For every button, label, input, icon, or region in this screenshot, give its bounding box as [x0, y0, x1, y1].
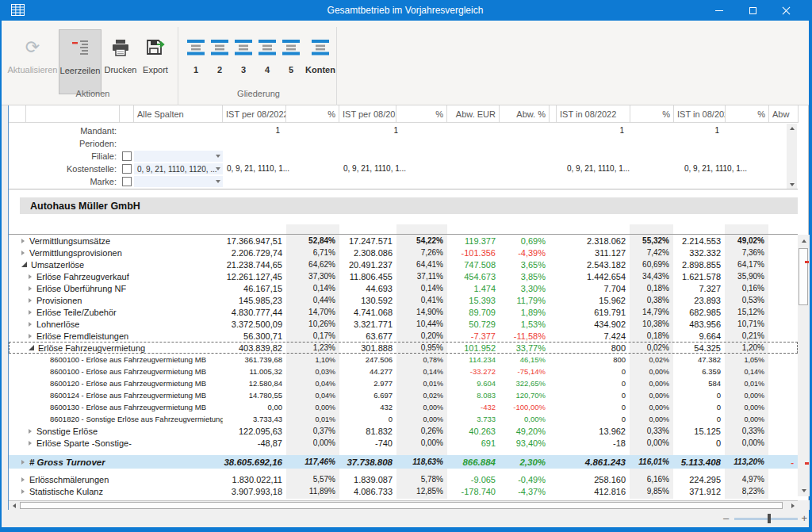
column-header-ist-per-08-2022[interactable]: IST per 08/2022	[223, 105, 286, 123]
table-row[interactable]: Erlöse Fahrzeugverkauf12.261.127,4537,30…	[9, 270, 798, 282]
row-label: Erlöse Sparte -Sonstige-	[36, 438, 132, 448]
outline-level-button-5[interactable]: 5	[281, 29, 301, 94]
table-row[interactable]: Erlöse Teile/Zubehör4.830.777,4414,70%4.…	[9, 306, 798, 318]
filter-scrollbar[interactable]	[787, 124, 797, 189]
zoom-slider-track[interactable]	[734, 518, 798, 520]
row-label-cell: Provisionen	[9, 294, 223, 306]
blank-rows-button[interactable]: Leerzeilen	[59, 29, 102, 94]
row-value-cell: 258.160	[556, 473, 630, 485]
expand-icon[interactable]	[29, 298, 32, 303]
row-value-cell: 118,63%	[396, 455, 447, 469]
outline-level-button-4[interactable]: 4	[257, 29, 278, 94]
column-header-abw-[interactable]: Abw. %	[500, 105, 550, 123]
expand-icon[interactable]	[21, 489, 25, 494]
row-value-cell: 412.816	[556, 485, 630, 497]
table-row[interactable]: Erlöse Fremdleistungen56.300,710,17%63.6…	[9, 330, 798, 342]
filter-dropdown[interactable]	[134, 176, 223, 187]
expand-icon[interactable]	[21, 251, 25, 255]
column-header-empty[interactable]	[550, 105, 557, 123]
zoom-slider-thumb[interactable]	[768, 514, 771, 523]
horizontal-scrollbar-thumb[interactable]	[20, 502, 783, 509]
column-header--[interactable]: %	[726, 105, 769, 123]
minimize-button[interactable]	[703, 0, 736, 21]
expand-icon[interactable]	[29, 322, 32, 327]
scroll-up-icon[interactable]	[799, 235, 809, 246]
scroll-left-icon[interactable]	[10, 502, 18, 510]
expand-icon[interactable]	[21, 239, 25, 243]
table-row[interactable]: 8600130 - Erlöse aus Fahrzeugvermietung …	[9, 401, 798, 413]
filter-checkbox[interactable]	[122, 177, 132, 186]
scroll-down-icon[interactable]	[799, 485, 809, 496]
column-header-empty[interactable]	[120, 105, 134, 123]
table-row[interactable]: Provisionen145.985,230,44%130.5920,41%15…	[9, 294, 798, 306]
table-row[interactable]: 8601820 - Sonstige Erlöse aus Fahrzeugve…	[9, 413, 798, 425]
table-row[interactable]: Vermittlungsumsätze17.366.947,5152,84%17…	[9, 235, 798, 247]
table-row[interactable]: Statistische Kulanz3.907.993,1811,89%4.0…	[9, 485, 798, 497]
print-button[interactable]: Drucken	[103, 29, 138, 94]
table-row[interactable]: Lohnerlöse3.372.500,0910,26%3.321.77110,…	[9, 318, 798, 330]
column-header-ist-per-08-2021[interactable]: IST per 08/2021	[339, 105, 396, 123]
column-header-empty[interactable]	[9, 105, 26, 123]
expand-icon[interactable]	[21, 460, 25, 465]
collapse-icon[interactable]	[29, 345, 34, 350]
row-value-cell: 0,00%	[396, 437, 447, 449]
outline-level-button-2[interactable]: 2	[209, 29, 230, 94]
scroll-up-icon[interactable]	[787, 124, 796, 132]
expand-icon[interactable]	[21, 477, 25, 482]
row-value-cell: 9,85%	[630, 485, 673, 497]
filter-checkbox[interactable]	[122, 164, 132, 174]
column-header-empty[interactable]	[26, 105, 120, 123]
table-row[interactable]: # Gross Turnover38.605.692,16117,46%37.7…	[9, 455, 798, 469]
table-row[interactable]: 8600100 - Erlöse aus Fahrzeugvermietung …	[9, 366, 798, 377]
row-value-cell: -432	[447, 401, 500, 413]
zoom-slider[interactable]: – +	[734, 514, 798, 523]
zoom-in-icon[interactable]: +	[801, 512, 807, 524]
outline-level-button-konten[interactable]: Konten	[303, 29, 338, 94]
table-row[interactable]: 8600100 - Erlöse aus Fahrzeugvermietung …	[9, 354, 798, 366]
table-row[interactable]: Sonstige Erlöse122.095,630,37%81.8320,26…	[9, 425, 798, 437]
export-button[interactable]: Export	[140, 29, 171, 94]
vertical-scrollbar[interactable]	[798, 235, 810, 496]
row-value-cell: 0,04%	[286, 389, 339, 401]
column-header--[interactable]: %	[286, 105, 339, 123]
table-row[interactable]: Erlöse Sparte -Sonstige--48,870,00%-7400…	[9, 437, 798, 449]
expand-icon[interactable]	[29, 429, 32, 434]
expand-icon[interactable]	[29, 334, 32, 339]
outline-level-button-3[interactable]: 3	[233, 29, 254, 94]
table-row[interactable]: 8600120 - Erlöse aus Fahrzeugvermietung …	[9, 377, 798, 389]
table-row[interactable]: Erlöse Fahrzeugvermietung403.839,821,23%…	[9, 342, 798, 354]
scroll-down-icon[interactable]	[787, 180, 796, 189]
scroll-right-icon[interactable]	[788, 502, 797, 510]
column-header--[interactable]: %	[630, 105, 674, 123]
collapse-icon[interactable]	[21, 262, 27, 267]
column-header-abw-eur[interactable]: Abw. EUR	[447, 105, 500, 123]
column-header-ist-in-08-2022[interactable]: IST in 08/2022	[557, 105, 630, 123]
table-row[interactable]: Erlösschmälerungen1.830.022,115,57%1.839…	[9, 473, 798, 485]
column-header-ist-in-08-2021[interactable]: IST in 08/2021	[674, 105, 726, 123]
filter-checkbox[interactable]	[122, 151, 132, 161]
table-row[interactable]: Erlöse Überführung NF46.167,150,14%44.69…	[9, 282, 798, 294]
expand-icon[interactable]	[29, 441, 32, 446]
outline-level-button-1[interactable]: 1	[186, 29, 206, 94]
close-button[interactable]	[769, 0, 802, 21]
filter-dropdown[interactable]	[134, 151, 223, 162]
expand-icon[interactable]	[29, 274, 32, 279]
vertical-scrollbar-thumb[interactable]	[799, 248, 808, 305]
row-value-cell: 0,01%	[396, 377, 447, 389]
expand-icon[interactable]	[29, 310, 32, 315]
column-header--[interactable]: %	[396, 105, 447, 123]
table-row[interactable]: Umsatzerlöse21.238.744,6564,62%20.491.23…	[9, 258, 798, 270]
column-header-alle-spalten[interactable]: Alle Spalten	[134, 105, 223, 123]
filter-dropdown[interactable]: 0, 9, 21, 1110, 1120, ...	[134, 163, 223, 174]
row-value-cell: 3,30%	[500, 282, 550, 294]
maximize-button[interactable]	[736, 0, 769, 21]
row-spacer	[9, 449, 798, 455]
table-row[interactable]: 8600124 - Erlöse aus Fahrzeugvermietung …	[9, 389, 798, 401]
horizontal-scrollbar[interactable]	[9, 500, 798, 510]
expand-icon[interactable]	[29, 286, 32, 291]
row-value-cell: -48,87	[223, 437, 286, 449]
table-row[interactable]: Vermittlungsprovisionen2.206.729,746,71%…	[9, 247, 798, 258]
column-header-abw[interactable]: Abw	[769, 105, 799, 123]
row-value-cell: 20.491.237	[339, 258, 396, 270]
zoom-out-icon[interactable]: –	[723, 512, 729, 524]
